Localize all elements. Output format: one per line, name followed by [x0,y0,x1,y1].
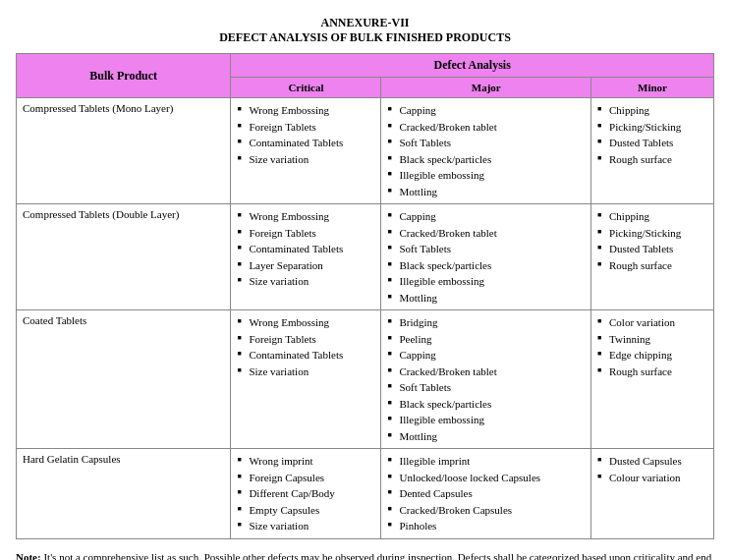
defect-analysis-table: Bulk Product Defect Analysis Critical Ma… [16,53,714,539]
list-item: Color variation [597,314,707,331]
minor-cell: ChippingPicking/StickingDusted TabletsRo… [591,204,714,310]
header-minor: Minor [591,78,714,98]
table-row: Hard Gelatin CapsulesWrong imprintForeig… [17,449,714,539]
list-item: Chipping [597,102,707,119]
list-item: Contaminated Tablets [237,135,374,151]
major-cell: Illegible imprintUnlocked/loose locked C… [381,449,591,539]
header-major: Major [381,78,591,98]
list-item: Foreign Tablets [237,119,374,136]
list-item: Foreign Tablets [237,331,374,348]
list-item: Mottling [387,184,585,200]
list-item: Twinning [597,331,707,348]
list-item: Capping [387,102,585,119]
list-item: Mottling [387,428,585,445]
minor-cell: Dusted CapsulesColour variation [591,449,714,539]
major-list: BridgingPeelingCappingCracked/Broken tab… [387,314,585,444]
list-item: Wrong Embossing [237,314,374,331]
list-item: Contaminated Tablets [237,241,374,257]
list-item: Picking/Sticking [597,225,707,242]
list-item: Rough surface [597,151,707,168]
header-defect-analysis: Defect Analysis [231,54,714,78]
list-item: Capping [387,208,585,225]
list-item: Rough surface [597,257,707,274]
list-item: Wrong Embossing [237,102,374,119]
list-item: Foreign Tablets [237,225,374,242]
list-item: Soft Tablets [387,379,585,396]
list-item: Colour variation [597,470,707,486]
page-title: ANNEXURE-VII DEFECT ANALYSIS OF BULK FIN… [16,16,714,45]
major-list: CappingCracked/Broken tabletSoft Tablets… [387,102,585,199]
list-item: Illegible imprint [387,453,585,470]
list-item: Cracked/Broken tablet [387,364,585,380]
major-cell: CappingCracked/Broken tabletSoft Tablets… [381,98,591,204]
list-item: Picking/Sticking [597,119,707,136]
title-line1: ANNEXURE-VII [16,16,714,30]
list-item: Size variation [237,364,374,380]
table-row: Coated TabletsWrong EmbossingForeign Tab… [17,310,714,449]
list-item: Dusted Capsules [597,453,707,470]
minor-list: Color variationTwinningEdge chippingRoug… [597,314,707,379]
list-item: Capping [387,347,585,364]
minor-cell: Color variationTwinningEdge chippingRoug… [591,310,714,449]
major-cell: CappingCracked/Broken tabletSoft Tablets… [381,204,591,310]
list-item: Empty Capsules [237,502,374,519]
note-text: It's not a comprehensive list as such. P… [16,551,711,561]
minor-list: ChippingPicking/StickingDusted TabletsRo… [597,102,707,167]
major-list: CappingCracked/Broken tabletSoft Tablets… [387,208,585,306]
list-item: Pinholes [387,518,585,534]
list-item: Wrong imprint [237,453,374,470]
header-bulk-product: Bulk Product [17,54,231,98]
list-item: Black speck/particles [387,396,585,413]
product-name-cell: Compressed Tablets (Double Layer) [17,204,231,310]
list-item: Wrong Embossing [237,208,374,225]
list-item: Contaminated Tablets [237,347,374,364]
product-name-cell: Hard Gelatin Capsules [17,449,231,539]
list-item: Peeling [387,331,585,348]
critical-cell: Wrong imprintForeign CapsulesDifferent C… [231,449,381,539]
list-item: Size variation [237,273,374,290]
list-item: Mottling [387,290,585,307]
header-critical: Critical [231,78,381,98]
critical-cell: Wrong EmbossingForeign TabletsContaminat… [231,310,381,449]
list-item: Rough surface [597,364,707,380]
product-name-cell: Coated Tablets [17,310,231,449]
list-item: Edge chipping [597,347,707,364]
list-item: Soft Tablets [387,241,585,257]
list-item: Illegible embossing [387,273,585,290]
critical-cell: Wrong EmbossingForeign TabletsContaminat… [231,204,381,310]
list-item: Foreign Capsules [237,470,374,486]
list-item: Soft Tablets [387,135,585,151]
list-item: Bridging [387,314,585,331]
list-item: Cracked/Broken tablet [387,225,585,242]
list-item: Black speck/particles [387,257,585,274]
list-item: Dusted Tablets [597,241,707,257]
list-item: Unlocked/loose locked Capsules [387,470,585,486]
critical-list: Wrong EmbossingForeign TabletsContaminat… [237,314,374,379]
list-item: Dusted Tablets [597,135,707,151]
critical-list: Wrong EmbossingForeign TabletsContaminat… [237,208,374,290]
table-row: Compressed Tablets (Double Layer)Wrong E… [17,204,714,310]
list-item: Cracked/Broken Capsules [387,502,585,519]
note-section: Note: It's not a comprehensive list as s… [16,549,714,561]
minor-cell: ChippingPicking/StickingDusted TabletsRo… [591,98,714,204]
minor-list: Dusted CapsulesColour variation [597,453,707,485]
list-item: Chipping [597,208,707,225]
product-name-cell: Compressed Tablets (Mono Layer) [17,98,231,204]
list-item: Illegible embossing [387,412,585,428]
critical-cell: Wrong EmbossingForeign TabletsContaminat… [231,98,381,204]
major-cell: BridgingPeelingCappingCracked/Broken tab… [381,310,591,449]
table-row: Compressed Tablets (Mono Layer)Wrong Emb… [17,98,714,204]
list-item: Layer Separation [237,257,374,274]
list-item: Black speck/particles [387,151,585,168]
minor-list: ChippingPicking/StickingDusted TabletsRo… [597,208,707,273]
list-item: Illegible embossing [387,167,585,184]
list-item: Cracked/Broken tablet [387,119,585,136]
list-item: Size variation [237,151,374,168]
note-label: Note: [16,551,41,561]
critical-list: Wrong imprintForeign CapsulesDifferent C… [237,453,374,534]
major-list: Illegible imprintUnlocked/loose locked C… [387,453,585,534]
critical-list: Wrong EmbossingForeign TabletsContaminat… [237,102,374,167]
list-item: Dented Capsules [387,485,585,502]
title-line2: DEFECT ANALYSIS OF BULK FINISHED PRODUCT… [16,30,714,45]
list-item: Different Cap/Body [237,485,374,502]
